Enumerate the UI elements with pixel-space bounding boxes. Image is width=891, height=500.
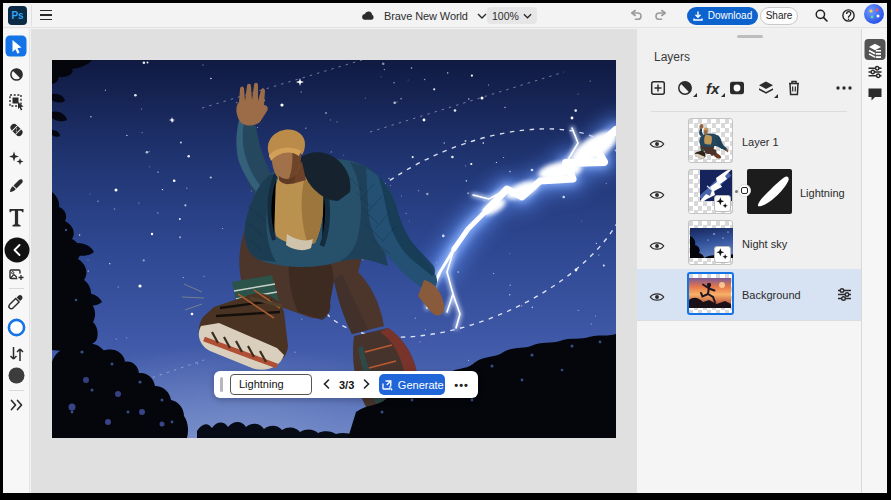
svg-text:fx: fx (706, 80, 720, 97)
